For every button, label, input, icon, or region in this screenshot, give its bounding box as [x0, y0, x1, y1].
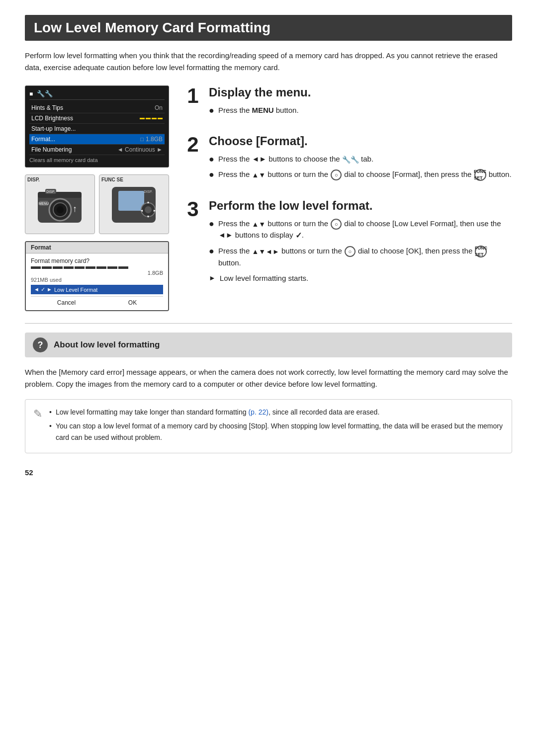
format-size: 1.8GB: [31, 270, 163, 276]
menu-row-label: Hints & Tips: [31, 104, 63, 111]
menu-footer-text: Clears all memory card data: [29, 155, 165, 163]
menu-row-format: Format... □ 1.8GB: [29, 134, 165, 145]
step-3-arrow-text: Low level formatting starts.: [220, 273, 512, 284]
ud-arrows-icon: ▲▼: [252, 171, 266, 179]
step-1-bullet-1-text: Press the MENU button.: [218, 105, 512, 116]
bullet-dot-icon: ●: [209, 246, 214, 257]
note-item-1: Low level formatting may take longer tha…: [49, 407, 504, 418]
note-item-2: You can stop a low level format of a mem…: [49, 420, 504, 443]
dial-icon-2: ○: [345, 246, 356, 257]
page-title: Low Level Memory Card Formatting: [25, 15, 512, 41]
lowlevel-check: ◄ ✓ ►: [34, 286, 52, 293]
menu-kbd: MENU: [252, 106, 273, 114]
note-item-1-text: Low level formatting may take longer tha…: [56, 407, 379, 418]
step-1: 1 Display the menu. ● Press the MENU but…: [184, 85, 512, 120]
menu-row-lcd: LCD Brightness: [29, 113, 165, 124]
step-3-number: 3: [184, 199, 202, 220]
ud-arrows-icon: ▲▼: [252, 220, 266, 228]
cancel-button[interactable]: Cancel: [57, 299, 76, 306]
cam-disp-label: DISP.: [27, 177, 40, 182]
step-3-bullet-1: ● Press the ▲▼ buttons or turn the ○ dia…: [209, 218, 512, 242]
menu-row-value: ◄ Continuous ►: [117, 146, 163, 153]
step-1-content: Display the menu. ● Press the MENU butto…: [209, 85, 512, 120]
note-link-1[interactable]: (p. 22): [248, 408, 268, 416]
dial-icon: ○: [331, 219, 342, 230]
menu-row-filenumbering: File Numbering ◄ Continuous ►: [29, 145, 165, 155]
menu-row-label: File Numbering: [31, 146, 72, 153]
func-set-icon-2: FUNCSET: [475, 246, 487, 257]
brightness-bar: [140, 118, 163, 119]
ud-lr-arrows-icon: ▲▼◄►: [252, 248, 279, 255]
bullet-dot-icon: ●: [209, 154, 214, 165]
step-2-heading: Choose [Format].: [209, 134, 512, 149]
cam-right-svg: ▲ ▼ ◄ ► DISP.: [109, 182, 159, 227]
func-set-icon: FUNCSET: [474, 169, 486, 181]
menu-row-value: On: [155, 104, 163, 111]
note-list: Low level formatting may take longer tha…: [49, 407, 504, 443]
cam-right: ▲ ▼ ◄ ► DISP. FUNC SE: [99, 174, 169, 234]
step-2-bullet-1: ● Press the ◄► buttons to choose the 🔧🔧 …: [209, 154, 512, 165]
svg-point-13: [145, 206, 152, 213]
page-number: 52: [25, 468, 512, 477]
wrench-icon: 🔧🔧: [342, 156, 359, 164]
format-lowlevel[interactable]: ◄ ✓ ► Low Level Format: [31, 285, 163, 294]
step-1-number: 1: [184, 85, 202, 106]
ok-button[interactable]: OK: [128, 299, 137, 306]
step-1-bullet-1: ● Press the MENU button.: [209, 105, 512, 116]
bullet-dot-icon: ●: [209, 169, 214, 180]
step-2-bullet-2-text: Press the ▲▼ buttons or turn the ○ dial …: [218, 169, 512, 181]
menu-row-label: Start-up Image...: [31, 125, 76, 132]
step-1-heading: Display the menu.: [209, 85, 512, 100]
menu-row-label: Format...: [31, 136, 55, 143]
svg-text:MENU: MENU: [38, 202, 49, 205]
camera-icon: ■: [29, 90, 33, 97]
format-bar: [31, 266, 163, 269]
step-2-bullet-2: ● Press the ▲▼ buttons or turn the ○ dia…: [209, 169, 512, 181]
svg-point-4: [57, 206, 64, 213]
menu-row-hints: Hints & Tips On: [29, 103, 165, 113]
camera-diagram: DISP. MENU ↑ DISP. ▲: [25, 174, 169, 234]
menu-row-label: LCD Brightness: [31, 115, 73, 122]
svg-rect-11: [118, 191, 144, 211]
lr-arrows-icon: ◄►: [252, 155, 267, 163]
step-3-heading: Perform the low level format.: [209, 199, 512, 213]
arrow-icon: ►: [209, 273, 216, 283]
format-dialog: Format Format memory card? 1.8GB 921MB u…: [25, 241, 169, 311]
note-content: Low level formatting may take longer tha…: [49, 407, 504, 446]
format-dialog-title: Format: [26, 242, 168, 253]
svg-text:DISP.: DISP.: [144, 190, 152, 193]
note-icon: ✎: [33, 408, 42, 420]
step-2-bullet-1-text: Press the ◄► buttons to choose the 🔧🔧 ta…: [218, 154, 512, 165]
format-used: 921MB used: [31, 277, 163, 283]
lowlevel-label: Low Level Format: [54, 287, 97, 293]
svg-text:◄: ◄: [140, 209, 143, 212]
format-question: Format memory card?: [31, 257, 163, 264]
svg-text:↑: ↑: [73, 204, 77, 214]
bullet-dot-icon: ●: [209, 218, 214, 230]
dial-icon: ○: [331, 169, 342, 180]
intro-text: Perform low level formatting when you th…: [25, 50, 512, 74]
step-3-arrow-1: ► Low level formatting starts.: [209, 273, 512, 284]
step-2-content: Choose [Format]. ● Press the ◄► buttons …: [209, 134, 512, 185]
format-buttons: Cancel OK: [31, 296, 163, 306]
step-3-bullet-2: ● Press the ▲▼◄► buttons or turn the ○ d…: [209, 246, 512, 269]
step-3-bullet-1-text: Press the ▲▼ buttons or turn the ○ dial …: [218, 218, 512, 242]
svg-text:▲: ▲: [146, 200, 150, 204]
step-3-bullet-2-text: Press the ▲▼◄► buttons or turn the ○ dia…: [218, 246, 512, 269]
left-column: ■ 🔧🔧 Hints & Tips On LCD Brightness Star…: [25, 85, 169, 311]
lr-arrows-icon: ◄►: [218, 231, 233, 239]
about-icon: ?: [33, 337, 48, 352]
about-text: When the [Memory card error] message app…: [25, 366, 512, 390]
note-item-2-text: You can stop a low level format of a mem…: [56, 420, 504, 443]
menu-row-value: [140, 115, 163, 122]
step-2: 2 Choose [Format]. ● Press the ◄► button…: [184, 134, 512, 185]
cam-left-svg: DISP. MENU ↑: [35, 182, 85, 227]
about-box: ? About low level formatting: [25, 333, 512, 357]
checkmark-icon: ✓: [295, 231, 302, 240]
screen-title-bar: ■ 🔧🔧: [29, 90, 165, 100]
menu-row-value: □ 1.8GB: [140, 136, 163, 143]
step-3-content: Perform the low level format. ● Press th…: [209, 199, 512, 288]
format-dialog-body: Format memory card? 1.8GB 921MB used ◄ ✓…: [26, 253, 168, 310]
cam-func-label: FUNC SE: [101, 177, 123, 182]
bullet-dot-icon: ●: [209, 105, 214, 116]
